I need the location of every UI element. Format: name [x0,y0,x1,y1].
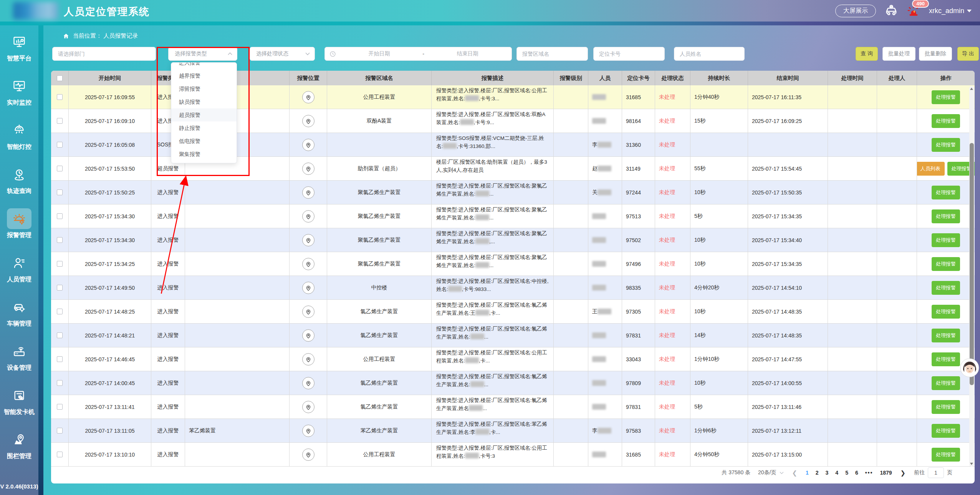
department-input[interactable] [53,51,156,57]
row-checkbox[interactable] [57,118,63,124]
goto-page-input[interactable] [928,467,944,478]
row-checkbox[interactable] [57,189,63,195]
alarm-location-button[interactable] [302,163,315,175]
handle-alarm-button[interactable]: 处理报警 [932,329,960,342]
alarm-location-button[interactable] [302,353,315,365]
next-page-button[interactable]: ❯ [900,469,906,477]
row-checkbox[interactable] [57,404,63,410]
dropdown-option[interactable]: 超员报警 [171,108,237,121]
handle-alarm-button[interactable]: 处理报警 [932,257,960,271]
row-checkbox[interactable] [57,213,63,219]
row-checkbox[interactable] [57,309,63,314]
row-checkbox[interactable] [57,166,63,171]
select-all-checkbox[interactable] [57,75,63,81]
alarm-type-select[interactable]: 选择报警类型 [168,47,237,61]
alarm-location-button[interactable] [302,377,315,389]
alarm-location-button[interactable] [302,258,315,270]
row-checkbox[interactable] [57,285,63,291]
scroll-up-arrow[interactable] [970,88,973,90]
area-input[interactable] [517,51,588,57]
search-button[interactable]: 查 询 [856,47,878,61]
handle-alarm-button[interactable]: 处理报警 [932,281,960,295]
handle-alarm-button[interactable]: 处理报警 [932,352,960,366]
page-number[interactable]: 6 [855,470,858,476]
alarm-location-button[interactable] [302,306,315,318]
dropdown-option[interactable]: 静止报警 [171,121,237,135]
alarm-location-button[interactable] [302,448,315,461]
status-select[interactable]: 选择处理状态 [250,47,315,61]
sidebar-item-alarm-manage[interactable]: 报警管理 [2,208,37,252]
row-checkbox[interactable] [57,428,63,434]
handle-alarm-button[interactable]: 处理报警 [932,138,960,152]
row-checkbox[interactable] [57,261,63,267]
big-screen-button[interactable]: 大屏展示 [835,5,876,17]
area-filter[interactable] [516,47,588,61]
sidebar-item-person-manage[interactable]: 人员管理 [2,252,37,297]
page-number[interactable]: 5 [845,470,848,476]
alarm-location-button[interactable] [302,425,315,437]
page-size-select[interactable]: 20条/页 [758,469,783,476]
person-list-button[interactable]: 人员列表 [917,162,945,176]
row-checkbox[interactable] [57,142,63,148]
handle-alarm-button[interactable]: 处理报警 [932,424,960,438]
alarm-siren-icon[interactable]: 490 [907,4,920,18]
alarm-location-button[interactable] [302,329,315,342]
pagination-ellipsis[interactable]: ••• [865,470,873,476]
alarm-location-button[interactable] [302,186,315,199]
dropdown-option[interactable]: 越界报警 [171,69,237,82]
row-checkbox[interactable] [57,94,63,100]
vehicle-icon[interactable] [884,4,898,18]
card-filter[interactable] [593,47,665,61]
last-page-number[interactable]: 1879 [880,470,892,476]
handle-alarm-button[interactable]: 处理报警 [932,114,960,128]
dropdown-option[interactable]: 进入报警 [171,62,237,69]
page-number[interactable]: 4 [835,470,838,476]
alarm-location-button[interactable] [302,115,315,127]
export-button[interactable]: 导 出 [957,47,979,61]
date-range-picker[interactable]: 开始日期 - 结束日期 [324,47,512,61]
handle-alarm-button[interactable]: 处理报警 [932,376,960,390]
department-filter[interactable] [52,47,156,61]
alarm-location-button[interactable] [302,139,315,151]
sidebar-item-card-machine[interactable]: 智能发卡机 [2,385,37,429]
row-checkbox[interactable] [57,380,63,386]
end-date-field[interactable]: 结束日期 [428,50,507,57]
sidebar-item-fence-manage[interactable]: 围栏管理 [2,429,37,473]
user-menu[interactable]: xrkc_admin [929,7,972,15]
batch-process-button[interactable]: 批量处理 [882,47,915,61]
alarm-location-button[interactable] [302,401,315,413]
page-number[interactable]: 2 [816,470,819,476]
sidebar-item-track-query[interactable]: 轨迹查询 [2,164,37,208]
row-checkbox[interactable] [57,332,63,338]
row-checkbox[interactable] [57,237,63,243]
page-number[interactable]: 1 [806,470,809,476]
dropdown-option[interactable]: 滞留报警 [171,82,237,95]
row-checkbox[interactable] [57,356,63,362]
page-number[interactable]: 3 [826,470,829,476]
sidebar-item-realtime-monitor[interactable]: 实时监控 [2,76,37,120]
card-input[interactable] [594,51,664,57]
name-input[interactable] [674,51,744,57]
handle-alarm-button[interactable]: 处理报警 [932,209,960,223]
handle-alarm-button[interactable]: 处理报警 [932,305,960,319]
alarm-location-button[interactable] [302,91,315,103]
sidebar-item-device-manage[interactable]: 设备管理 [2,341,37,385]
alarm-location-button[interactable] [302,210,315,223]
dropdown-option[interactable]: 低电报警 [171,135,237,148]
alarm-location-button[interactable] [302,282,315,294]
dropdown-option[interactable]: 聚集报警 [171,148,237,161]
handle-alarm-button[interactable]: 处理报警 [932,448,960,462]
sidebar-item-vehicle-manage[interactable]: 车辆管理 [2,297,37,341]
scrollbar-thumb[interactable] [970,143,974,385]
handle-alarm-button[interactable]: 处理报警 [932,90,960,104]
assistant-avatar[interactable] [960,358,979,377]
sidebar-item-smart-platform[interactable]: 智慧平台 [2,32,37,76]
row-checkbox[interactable] [57,452,63,457]
prev-page-button[interactable]: ❮ [791,469,798,477]
vertical-scrollbar[interactable] [969,86,974,467]
handle-alarm-button[interactable]: 处理报警 [932,233,960,247]
handle-alarm-button[interactable]: 处理报警 [932,186,960,199]
handle-alarm-button[interactable]: 处理报警 [932,400,960,414]
scroll-down-arrow[interactable] [970,463,973,465]
alarm-location-button[interactable] [302,234,315,246]
